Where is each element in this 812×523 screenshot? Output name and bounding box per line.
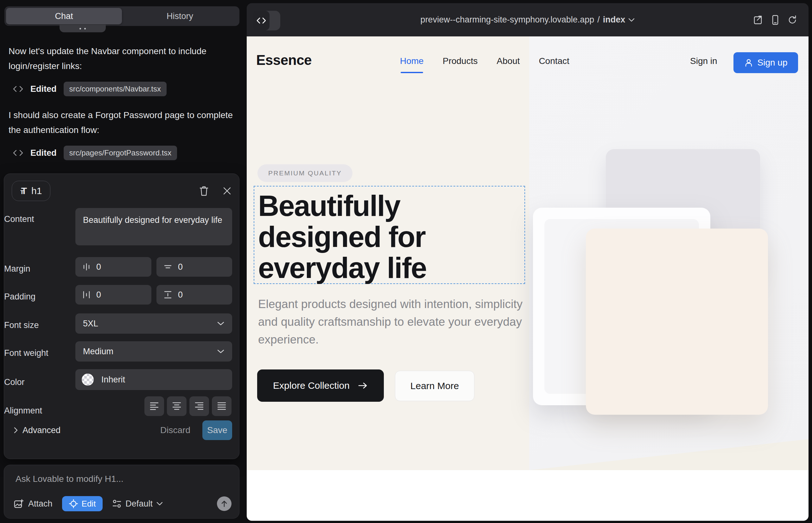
nav-link-contact[interactable]: Contact [539, 56, 569, 66]
tab-history-label: History [166, 12, 193, 21]
chevron-down-icon [217, 321, 225, 326]
preview-browser-bar: preview--charming-site-symphony.lovable.… [247, 3, 809, 36]
site-navbar: Essence Home Products About Contact Sign… [247, 36, 809, 77]
align-justify-button[interactable] [212, 396, 231, 416]
trash-icon [199, 185, 209, 196]
preview-url-bar[interactable]: preview--charming-site-symphony.lovable.… [247, 3, 809, 36]
sign-up-button[interactable]: Sign up [734, 52, 798, 73]
chevron-right-icon [14, 427, 18, 434]
font-weight-select[interactable]: Medium [75, 341, 232, 362]
edit-label: Edit [82, 499, 96, 509]
explore-collection-label: Explore Collection [273, 380, 350, 391]
site-logo[interactable]: Essence [256, 52, 312, 68]
sliders-icon [112, 499, 122, 508]
file-chip[interactable]: src/pages/ForgotPassword.tsx [64, 146, 177, 160]
content-input[interactable]: Beautifully designed for everyday life [75, 208, 232, 245]
transparent-swatch-icon [82, 374, 94, 385]
edit-mode-button[interactable]: Edit [62, 496, 103, 511]
margin-y-input[interactable]: 0 [156, 257, 232, 277]
lovable-builder: Chat History Now let's update the Navbar… [0, 0, 812, 523]
chevron-down-icon [217, 349, 225, 354]
align-right-icon [194, 402, 204, 410]
chat-composer: Attach Edit Default [4, 465, 240, 519]
hero-heading-line: Beautifully [258, 190, 426, 221]
target-icon [69, 499, 78, 508]
chevron-down-icon [628, 18, 635, 22]
padding-y-input[interactable]: 0 [156, 285, 232, 305]
tab-chat-label: Chat [55, 12, 73, 21]
attach-button[interactable]: Attach [14, 499, 53, 509]
dot-icon [80, 28, 81, 30]
refresh-icon[interactable] [788, 15, 797, 25]
advanced-expander[interactable]: Advanced [14, 426, 60, 435]
color-label: Color [4, 377, 25, 387]
edited-file-row: Edited src/pages/ForgotPassword.tsx [13, 146, 177, 160]
edited-label: Edited [30, 148, 57, 158]
close-icon [223, 186, 231, 195]
align-right-button[interactable] [189, 396, 209, 416]
save-button[interactable]: Save [202, 420, 232, 440]
decor-card-cream [586, 229, 768, 415]
tab-chat[interactable]: Chat [6, 8, 122, 24]
file-chip[interactable]: src/components/Navbar.tsx [64, 82, 166, 96]
mode-select[interactable]: Default [112, 499, 163, 509]
padding-x-value: 0 [96, 290, 101, 300]
code-icon [13, 149, 23, 157]
nav-link-about[interactable]: About [497, 56, 520, 66]
margin-vertical-icon [163, 264, 172, 270]
hero-paragraph: Elegant products designed with intention… [258, 295, 524, 348]
learn-more-label: Learn More [410, 381, 459, 391]
hero-heading[interactable]: Beautifully designed for everyday life [258, 190, 426, 283]
attach-label: Attach [28, 499, 53, 509]
mode-label: Default [125, 499, 153, 509]
align-center-button[interactable] [167, 396, 187, 416]
padding-x-input[interactable]: 0 [75, 285, 152, 305]
chat-sidebar: Chat History Now let's update the Navbar… [0, 0, 247, 523]
premium-quality-badge: PREMIUM QUALITY [258, 164, 352, 182]
tab-history[interactable]: History [122, 8, 238, 24]
open-external-icon[interactable] [754, 15, 763, 25]
element-tag-pill[interactable]: ᴛT h1 [12, 181, 50, 201]
composer-input[interactable] [16, 474, 225, 490]
site-canvas: Essence Home Products About Contact Sign… [247, 36, 809, 521]
advanced-label: Advanced [22, 426, 60, 435]
chevron-down-icon [156, 502, 163, 506]
preview-url: preview--charming-site-symphony.lovable.… [421, 15, 595, 25]
user-icon [744, 58, 753, 67]
align-left-button[interactable] [144, 396, 164, 416]
close-panel-button[interactable] [223, 186, 231, 195]
margin-label: Margin [4, 264, 30, 274]
explore-collection-button[interactable]: Explore Collection [257, 369, 384, 402]
attach-image-icon [14, 499, 24, 508]
hero-heading-line: designed for [258, 221, 426, 252]
margin-horizontal-icon [82, 263, 91, 271]
alignment-buttons [144, 396, 231, 416]
mobile-view-icon[interactable] [772, 15, 779, 25]
nav-link-products[interactable]: Products [443, 56, 478, 66]
color-value: Inherit [101, 375, 125, 385]
edited-file-row: Edited src/components/Navbar.tsx [13, 82, 166, 96]
nav-link-home[interactable]: Home [400, 56, 424, 66]
delete-element-button[interactable] [199, 185, 209, 196]
padding-vertical-icon [163, 291, 172, 299]
arrow-right-icon [358, 382, 368, 390]
font-weight-value: Medium [83, 347, 113, 357]
discard-button[interactable]: Discard [160, 425, 190, 435]
margin-x-input[interactable]: 0 [75, 257, 152, 277]
sign-in-link[interactable]: Sign in [690, 56, 717, 66]
site-preview-window: preview--charming-site-symphony.lovable.… [247, 3, 809, 521]
font-size-select[interactable]: 5XL [75, 313, 232, 334]
color-select[interactable]: Inherit [75, 369, 232, 390]
padding-horizontal-icon [82, 291, 91, 299]
align-justify-icon [217, 402, 226, 410]
padding-y-value: 0 [178, 290, 183, 300]
align-left-icon [149, 402, 159, 410]
font-size-label: Font size [4, 320, 39, 330]
learn-more-button[interactable]: Learn More [395, 371, 474, 401]
margin-x-value: 0 [96, 262, 101, 272]
clipped-chip [59, 25, 106, 32]
send-button[interactable] [217, 497, 231, 511]
url-separator: / [597, 15, 600, 25]
alignment-label: Alignment [4, 406, 42, 416]
code-icon [13, 85, 23, 93]
